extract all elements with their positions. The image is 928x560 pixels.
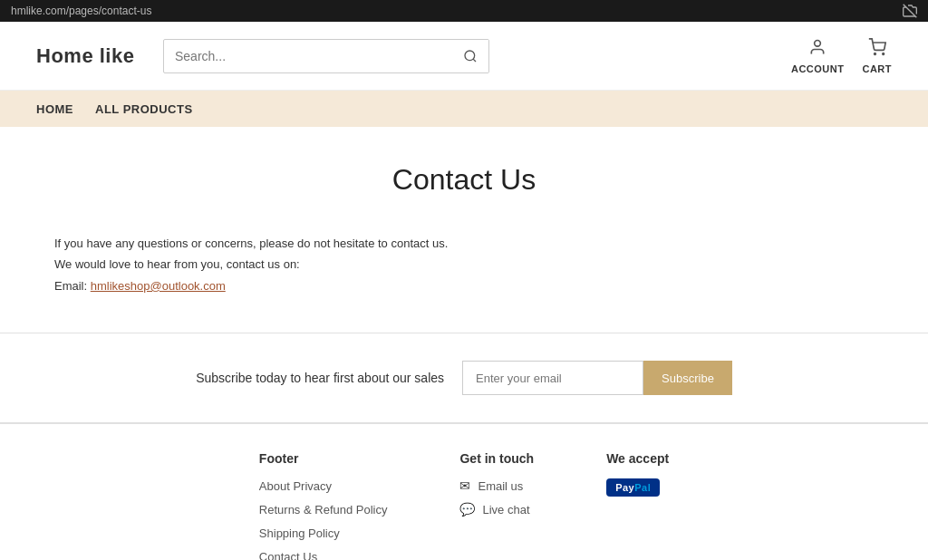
- svg-line-2: [473, 59, 476, 62]
- live-chat-link[interactable]: Live chat: [482, 503, 529, 517]
- nav-home[interactable]: HOME: [36, 95, 73, 123]
- nav-all-products[interactable]: ALL PRODUCTS: [95, 95, 193, 123]
- contact-body: If you have any questions or concerns, p…: [54, 233, 874, 296]
- site-header: Home like ACCOUNT: [0, 22, 928, 91]
- browser-url: hmlike.com/pages/contact-us: [11, 5, 151, 17]
- email-us-item: ✉ Email us: [459, 478, 534, 493]
- contact-email: Email: hmlikeshop@outlook.com: [54, 275, 874, 296]
- subscribe-text: Subscribe today to hear first about our …: [196, 371, 444, 385]
- svg-point-4: [874, 53, 875, 54]
- site-footer: Footer About Privacy Returns & Refund Po…: [0, 423, 928, 560]
- footer-link-contact[interactable]: Contact Us: [259, 550, 317, 560]
- cart-icon: [868, 38, 886, 61]
- subscribe-section: Subscribe today to hear first about our …: [0, 333, 928, 422]
- main-content: Contact Us If you have any questions or …: [0, 127, 928, 333]
- account-button[interactable]: ACCOUNT: [791, 38, 845, 74]
- header-actions: ACCOUNT CART: [791, 38, 892, 74]
- list-item: Contact Us: [259, 549, 388, 560]
- footer-link-about-privacy[interactable]: About Privacy: [259, 479, 332, 493]
- search-bar: [163, 39, 489, 73]
- list-item: Returns & Refund Policy: [259, 502, 388, 517]
- svg-point-3: [815, 40, 821, 46]
- search-button[interactable]: [452, 40, 488, 72]
- footer-col-heading-footer: Footer: [259, 451, 388, 466]
- footer-col-heading-payment: We accept: [606, 451, 669, 466]
- svg-line-0: [904, 5, 917, 18]
- footer-col-links: Footer About Privacy Returns & Refund Po…: [259, 451, 388, 560]
- subscribe-form: Subscribe: [462, 361, 732, 395]
- footer-link-shipping[interactable]: Shipping Policy: [259, 526, 340, 540]
- live-chat-item: 💬 Live chat: [459, 502, 534, 517]
- site-logo[interactable]: Home like: [36, 44, 145, 68]
- top-bar: hmlike.com/pages/contact-us: [0, 0, 928, 22]
- chat-icon: 💬: [459, 502, 475, 517]
- svg-point-1: [465, 51, 475, 61]
- account-label: ACCOUNT: [791, 63, 845, 74]
- footer-col-contact: Get in touch ✉ Email us 💬 Live chat: [459, 451, 534, 560]
- email-us-link[interactable]: Email us: [478, 479, 523, 493]
- footer-link-returns[interactable]: Returns & Refund Policy: [259, 503, 388, 517]
- footer-links-list: About Privacy Returns & Refund Policy Sh…: [259, 478, 388, 560]
- list-item: About Privacy: [259, 478, 388, 493]
- footer-columns: Footer About Privacy Returns & Refund Po…: [36, 451, 892, 560]
- subscribe-email-input[interactable]: [462, 361, 643, 395]
- camera-off-icon: [903, 4, 917, 18]
- email-link[interactable]: hmlikeshop@outlook.com: [91, 279, 226, 293]
- email-label: Email:: [54, 279, 91, 293]
- page-title: Contact Us: [54, 163, 874, 197]
- search-input[interactable]: [164, 49, 452, 63]
- contact-line2: We would love to hear from you, contact …: [54, 254, 874, 275]
- subscribe-button[interactable]: Subscribe: [643, 361, 732, 395]
- svg-point-5: [883, 53, 884, 54]
- contact-line1: If you have any questions or concerns, p…: [54, 233, 874, 254]
- footer-col-heading-contact: Get in touch: [459, 451, 534, 466]
- cart-button[interactable]: CART: [862, 38, 892, 74]
- email-icon: ✉: [459, 478, 470, 493]
- list-item: Shipping Policy: [259, 526, 388, 540]
- footer-col-payment: We accept PayPal: [606, 451, 669, 560]
- paypal-badge: PayPal: [606, 478, 660, 497]
- account-icon: [808, 38, 826, 61]
- cart-label: CART: [862, 63, 892, 74]
- main-nav: HOME ALL PRODUCTS: [0, 91, 928, 127]
